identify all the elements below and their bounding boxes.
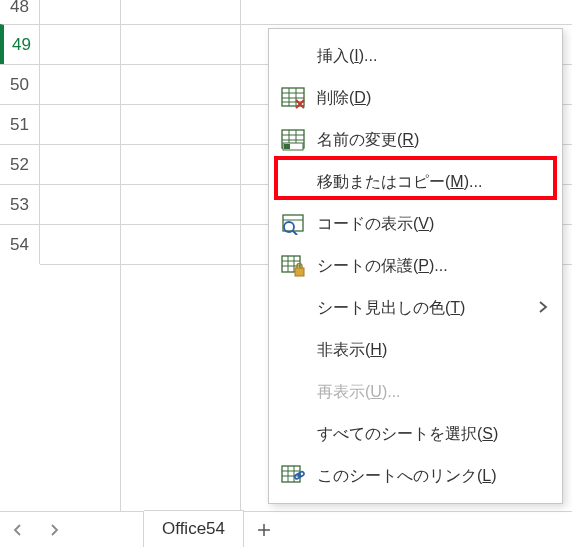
menu-tab-color[interactable]: シート見出しの色(T) [269,287,562,329]
link-sheet-icon [279,462,307,490]
row-number: 48 [10,0,29,17]
add-sheet-button[interactable] [244,512,284,547]
chevron-right-icon [538,300,548,316]
protect-sheet-icon [279,252,307,280]
svg-rect-29 [297,471,304,477]
row-number: 53 [10,195,29,215]
menu-label: 移動またはコピー(M)... [307,172,548,193]
sheet-tab-label: Office54 [162,519,225,539]
menu-label: 名前の変更(R) [307,130,548,151]
row-header[interactable]: 49 [0,24,40,64]
menu-hide[interactable]: 非表示(H) [269,329,562,371]
menu-label: 削除(D) [307,88,548,109]
row-header[interactable]: 48 [0,0,40,24]
menu-move-copy[interactable]: 移動またはコピー(M)... [269,161,562,203]
sheet-nav-prev[interactable] [0,512,36,547]
menu-unhide: 再表示(U)... [269,371,562,413]
blank-icon [279,42,307,70]
rename-sheet-icon [279,126,307,154]
svg-rect-12 [284,144,290,149]
menu-label: 挿入(I)... [307,46,548,67]
delete-sheet-icon [279,84,307,112]
menu-link-to-sheet[interactable]: このシートへのリンク(L) [269,455,562,497]
view-code-icon [279,210,307,238]
row-number: 49 [12,35,31,55]
menu-label: 非表示(H) [307,340,548,361]
menu-protect-sheet[interactable]: シートの保護(P)... [269,245,562,287]
menu-view-code[interactable]: コードの表示(V) [269,203,562,245]
row-header[interactable]: 52 [0,144,40,184]
sheet-tab[interactable]: Office54 [144,510,244,547]
row-number: 52 [10,155,29,175]
blank-icon [279,294,307,322]
sheet-context-menu: 挿入(I)... 削除(D) 名前の変更(R) 移動またはコピー(M)... コ… [268,28,563,504]
chevron-left-icon [12,524,24,536]
plus-icon [256,522,272,538]
svg-rect-22 [295,268,304,276]
menu-label: このシートへのリンク(L) [307,466,548,487]
blank-icon [279,336,307,364]
chevron-right-icon [48,524,60,536]
row-header[interactable]: 54 [0,224,40,264]
row-number: 54 [10,235,29,255]
blank-icon [279,420,307,448]
menu-label: シートの保護(P)... [307,256,548,277]
sheet-nav-next[interactable] [36,512,72,547]
menu-label: コードの表示(V) [307,214,548,235]
menu-label: シート見出しの色(T) [307,298,530,319]
menu-rename[interactable]: 名前の変更(R) [269,119,562,161]
row-header[interactable]: 51 [0,104,40,144]
blank-icon [279,168,307,196]
menu-delete[interactable]: 削除(D) [269,77,562,119]
row-headers: 48 49 50 51 52 53 54 [0,0,40,264]
blank-icon [279,378,307,406]
menu-label: 再表示(U)... [307,382,548,403]
menu-insert[interactable]: 挿入(I)... [269,35,562,77]
row-header[interactable]: 50 [0,64,40,104]
sheet-tab-bar: Office54 [0,511,572,547]
menu-label: すべてのシートを選択(S) [307,424,548,445]
row-number: 51 [10,115,29,135]
row-header[interactable]: 53 [0,184,40,224]
menu-select-all-sheets[interactable]: すべてのシートを選択(S) [269,413,562,455]
row-number: 50 [10,75,29,95]
